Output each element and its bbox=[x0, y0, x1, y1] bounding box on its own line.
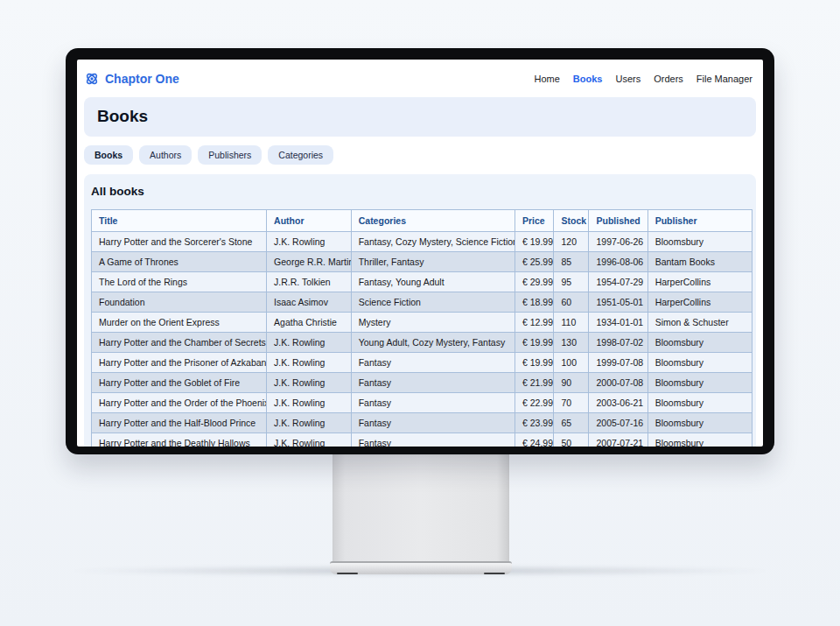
table-cell: 100 bbox=[554, 353, 589, 373]
table-cell: Mystery bbox=[351, 313, 514, 333]
table-cell: J.K. Rowling bbox=[267, 413, 352, 433]
table-row[interactable]: FoundationIsaac AsimovScience Fiction€ 1… bbox=[92, 292, 752, 313]
column-header-categories: Categories bbox=[351, 210, 514, 232]
table-cell: Bloomsbury bbox=[648, 333, 752, 353]
table-cell: Fantasy bbox=[351, 353, 514, 373]
screen: Chaptor One Home Books Users Orders File… bbox=[77, 60, 763, 447]
books-table: TitleAuthorCategoriesPriceStockPublished… bbox=[91, 209, 752, 447]
table-cell: 1934-01-01 bbox=[589, 313, 648, 333]
table-row[interactable]: Harry Potter and the Goblet of FireJ.K. … bbox=[92, 373, 752, 393]
table-cell: Bantam Books bbox=[648, 252, 752, 272]
table-cell: Harry Potter and the Order of the Phoeni… bbox=[92, 393, 267, 413]
table-cell: 95 bbox=[554, 272, 589, 292]
table-cell: 1954-07-29 bbox=[589, 272, 648, 292]
column-header-title: Title bbox=[92, 210, 267, 232]
table-cell: € 23.99 bbox=[514, 413, 554, 433]
tab-categories[interactable]: Categories bbox=[268, 145, 333, 165]
table-cell: 120 bbox=[554, 232, 589, 252]
tab-authors[interactable]: Authors bbox=[139, 145, 192, 165]
table-cell: Harry Potter and the Deathly Hallows bbox=[92, 433, 267, 447]
nav-item-users[interactable]: Users bbox=[615, 74, 640, 84]
table-cell: 65 bbox=[554, 413, 589, 433]
table-cell: 1998-07-02 bbox=[589, 333, 648, 353]
table-cell: Harry Potter and the Goblet of Fire bbox=[92, 373, 267, 393]
table-cell: € 19.99 bbox=[514, 353, 554, 373]
tab-books[interactable]: Books bbox=[84, 145, 133, 165]
table-cell: 90 bbox=[554, 373, 589, 393]
top-nav: Home Books Users Orders File Manager bbox=[534, 74, 752, 84]
table-cell: Bloomsbury bbox=[648, 393, 752, 413]
table-cell: 1997-06-26 bbox=[589, 232, 648, 252]
sub-tabs: Books Authors Publishers Categories bbox=[84, 145, 756, 165]
table-row[interactable]: Harry Potter and the Deathly HallowsJ.K.… bbox=[92, 433, 752, 447]
nav-item-books[interactable]: Books bbox=[573, 74, 603, 84]
table-cell: Bloomsbury bbox=[648, 413, 752, 433]
table-cell: J.K. Rowling bbox=[267, 353, 352, 373]
table-cell: Thriller, Fantasy bbox=[351, 252, 514, 272]
table-row[interactable]: Harry Potter and the Chamber of SecretsJ… bbox=[92, 333, 752, 353]
nav-item-home[interactable]: Home bbox=[534, 74, 559, 84]
tab-publishers[interactable]: Publishers bbox=[198, 145, 262, 165]
table-cell: J.K. Rowling bbox=[267, 373, 352, 393]
table-row[interactable]: A Game of ThronesGeorge R.R. MartinThril… bbox=[92, 252, 752, 272]
nav-item-orders[interactable]: Orders bbox=[654, 74, 683, 84]
table-cell: 2007-07-21 bbox=[589, 433, 648, 447]
all-books-panel: All books TitleAuthorCategoriesPriceStoc… bbox=[84, 174, 756, 447]
table-cell: Fantasy bbox=[351, 393, 514, 413]
table-cell: J.K. Rowling bbox=[267, 232, 352, 252]
table-cell: Harry Potter and the Chamber of Secrets bbox=[92, 333, 267, 353]
table-row[interactable]: Harry Potter and the Order of the Phoeni… bbox=[92, 393, 752, 413]
table-cell: 50 bbox=[554, 433, 589, 447]
table-cell: 1951-05-01 bbox=[589, 292, 648, 313]
column-header-author: Author bbox=[267, 210, 352, 232]
table-cell: Fantasy bbox=[351, 373, 514, 393]
column-header-price: Price bbox=[514, 210, 554, 232]
table-cell: € 19.99 bbox=[514, 232, 554, 252]
nav-item-file-manager[interactable]: File Manager bbox=[696, 74, 752, 84]
table-cell: € 18.99 bbox=[514, 292, 554, 313]
table-cell: Bloomsbury bbox=[648, 373, 752, 393]
table-row[interactable]: Harry Potter and the Half-Blood PrinceJ.… bbox=[92, 413, 752, 433]
table-cell: € 24.99 bbox=[514, 433, 554, 447]
table-cell: Bloomsbury bbox=[648, 353, 752, 373]
table-cell: 60 bbox=[554, 292, 589, 313]
table-cell: 130 bbox=[554, 333, 589, 353]
table-cell: 2005-07-16 bbox=[589, 413, 648, 433]
table-cell: Harry Potter and the Prisoner of Azkaban bbox=[92, 353, 267, 373]
atom-knot-icon bbox=[84, 71, 100, 87]
table-cell: 110 bbox=[554, 313, 589, 333]
table-cell: Bloomsbury bbox=[648, 433, 752, 447]
table-cell: Isaac Asimov bbox=[267, 292, 352, 313]
table-cell: € 21.99 bbox=[514, 373, 554, 393]
table-cell: Fantasy bbox=[351, 413, 514, 433]
table-row[interactable]: The Lord of the RingsJ.R.R. TolkienFanta… bbox=[92, 272, 752, 292]
table-cell: 1996-08-06 bbox=[589, 252, 648, 272]
table-cell: J.K. Rowling bbox=[267, 393, 352, 413]
table-cell: Fantasy bbox=[351, 433, 514, 447]
table-cell: J.R.R. Tolkien bbox=[267, 272, 352, 292]
column-header-stock: Stock bbox=[554, 210, 589, 232]
table-cell: J.K. Rowling bbox=[267, 433, 352, 447]
table-cell: Foundation bbox=[92, 292, 267, 313]
table-cell: Harry Potter and the Sorcerer's Stone bbox=[92, 232, 267, 252]
table-cell: Harry Potter and the Half-Blood Prince bbox=[92, 413, 267, 433]
table-header-row: TitleAuthorCategoriesPriceStockPublished… bbox=[92, 210, 752, 232]
page-title-banner: Books bbox=[84, 97, 756, 137]
table-cell: 85 bbox=[554, 252, 589, 272]
table-cell: € 25.99 bbox=[514, 252, 554, 272]
table-cell: Bloomsbury bbox=[648, 232, 752, 252]
table-cell: € 12.99 bbox=[514, 313, 554, 333]
column-header-publisher: Publisher bbox=[648, 210, 752, 232]
section-title: All books bbox=[91, 185, 751, 198]
table-cell: Agatha Christie bbox=[267, 313, 352, 333]
table-cell: 1999-07-08 bbox=[589, 353, 648, 373]
table-cell: George R.R. Martin bbox=[267, 252, 352, 272]
table-cell: 2003-06-21 bbox=[589, 393, 648, 413]
table-row[interactable]: Harry Potter and the Prisoner of Azkaban… bbox=[92, 353, 752, 373]
brand-logo[interactable]: Chaptor One bbox=[84, 71, 179, 87]
table-row[interactable]: Harry Potter and the Sorcerer's StoneJ.K… bbox=[92, 232, 752, 252]
table-cell: HarperCollins bbox=[648, 272, 752, 292]
table-cell: € 22.99 bbox=[514, 393, 554, 413]
table-row[interactable]: Murder on the Orient ExpressAgatha Chris… bbox=[92, 313, 752, 333]
table-cell: J.K. Rowling bbox=[267, 333, 352, 353]
